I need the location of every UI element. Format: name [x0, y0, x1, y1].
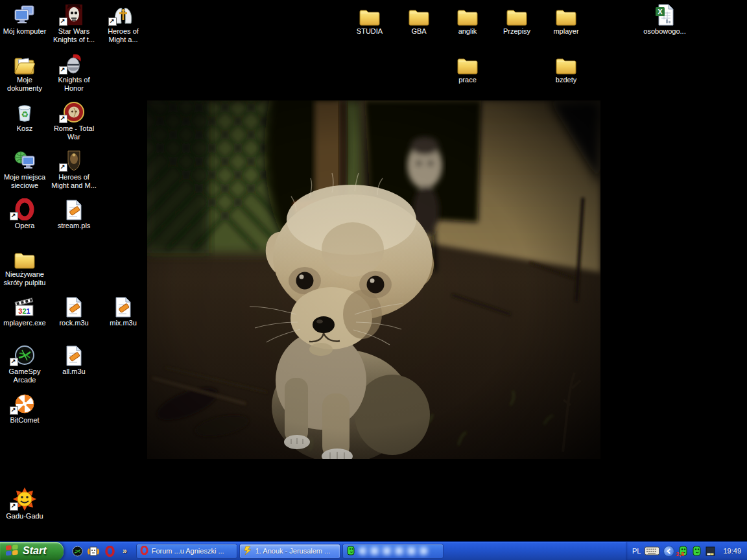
- desktop-icon-bzdety[interactable]: bzdety: [542, 51, 590, 84]
- desktop-icon-gamespy[interactable]: GameSpy Arcade: [1, 343, 49, 384]
- recycle-bin-icon: ♻: [1, 100, 49, 123]
- desktop-icon-my-computer[interactable]: Mój komputer: [1, 3, 49, 36]
- desktop-surface[interactable]: Mój komputer Star Wars Knights of t... H…: [0, 0, 747, 560]
- icon-label: Gadu-Gadu: [1, 512, 49, 520]
- icon-label: Moje dokumenty: [1, 76, 49, 93]
- icon-label: GameSpy Arcade: [1, 368, 49, 384]
- icon-label: rock.m3u: [50, 319, 98, 327]
- svg-text:X: X: [658, 8, 663, 16]
- icon-label: Opera: [1, 222, 49, 230]
- tray-display-icon[interactable]: [706, 546, 715, 556]
- folder-icon: [444, 3, 492, 26]
- desktop-icon-heroes-shield[interactable]: Heroes of Might and M...: [50, 148, 98, 190]
- icon-label: Kosz: [1, 124, 49, 133]
- taskbar-button-messenger-blurred[interactable]: [342, 544, 444, 559]
- quicklaunch-gamespy-arcade-icon[interactable]: [71, 545, 83, 557]
- desktop-icon-mplayerc[interactable]: 321 mplayerc.exe: [1, 294, 49, 327]
- media-player-classic-icon: 321: [1, 294, 49, 318]
- desktop-icon-stream-pls[interactable]: stream.pls: [50, 197, 98, 230]
- desktop-icon-rock-m3u[interactable]: rock.m3u: [50, 294, 98, 327]
- tray-badge: 2,9: [676, 551, 684, 557]
- gadu-gadu-contact-icon: [346, 546, 355, 557]
- desktop-icon-gadu-gadu[interactable]: Gadu-Gadu: [1, 487, 49, 520]
- start-label: Start: [23, 545, 53, 557]
- playlist-file-icon: [50, 197, 98, 220]
- desktop-icon-osobowogo[interactable]: X osobowogo...: [641, 3, 689, 36]
- desktop-icon-my-documents[interactable]: Moje dokumenty: [1, 51, 49, 93]
- window-title-blurred: [359, 547, 429, 555]
- icon-label: Star Wars Knights of t...: [50, 27, 98, 44]
- shortcut-arrow-icon: [59, 163, 67, 172]
- icon-label: Moje miejsca sieciowe: [1, 173, 49, 190]
- gadu-gadu-icon: [1, 487, 49, 511]
- desktop-icon-recycle-bin[interactable]: ♻ Kosz: [1, 100, 49, 133]
- desktop-icon-studia[interactable]: STUDIA: [346, 3, 394, 36]
- quicklaunch-overflow-chevron[interactable]: »: [123, 546, 127, 555]
- icon-label: Rome - Total War: [50, 124, 98, 141]
- folder-icon: [444, 51, 492, 75]
- playlist-file-icon: [50, 343, 98, 366]
- icon-label: bzdety: [542, 76, 590, 84]
- heroes-shield-icon: [50, 148, 98, 172]
- icon-label: mix.m3u: [99, 319, 147, 327]
- desktop-icon-unused-shortcuts[interactable]: Nieużywane skróty pulpitu: [1, 246, 49, 287]
- my-documents-icon: [1, 51, 49, 75]
- desktop-icon-przepisy[interactable]: Przepisy: [493, 3, 541, 36]
- wallpaper-puppy-photo: [147, 100, 600, 459]
- taskbar-clock[interactable]: 19:49: [723, 547, 741, 555]
- folder-icon: [542, 3, 590, 26]
- kotor-icon: [50, 3, 98, 26]
- icon-label: Knights of Honor: [50, 76, 98, 93]
- start-button[interactable]: Start: [0, 542, 64, 560]
- language-indicator[interactable]: PL: [632, 547, 641, 555]
- tray-messenger-icon-2[interactable]: [692, 546, 702, 556]
- desktop-icon-prace[interactable]: prace: [444, 51, 492, 84]
- desktop-icon-all-m3u[interactable]: all.m3u: [50, 343, 98, 376]
- desktop-icon-heroes-wings[interactable]: Heroes of Might a...: [99, 3, 147, 44]
- tray-collapse-chevron[interactable]: [663, 546, 674, 557]
- knights-of-honor-icon: [50, 51, 98, 75]
- desktop-icon-knights-of-honor[interactable]: Knights of Honor: [50, 51, 98, 93]
- shortcut-arrow-icon: [59, 18, 67, 26]
- desktop-icon-opera[interactable]: Opera: [1, 197, 49, 230]
- bitcomet-icon: [1, 391, 49, 415]
- opera-icon: [140, 546, 148, 556]
- desktop-icon-network-places[interactable]: Moje miejsca sieciowe: [1, 148, 49, 190]
- keyboard-icon[interactable]: [645, 546, 659, 555]
- folder-icon: [1, 246, 49, 269]
- icon-label: Heroes of Might a...: [99, 27, 147, 44]
- desktop-icon-gba[interactable]: GBA: [395, 3, 443, 36]
- taskbar-window-buttons: Forum ...u Agnieszki ... 1. Anouk - Jeru…: [136, 544, 444, 559]
- icon-label: prace: [444, 76, 492, 84]
- desktop-icon-anglik[interactable]: anglik: [444, 3, 492, 36]
- taskbar-button-winamp-anouk[interactable]: 1. Anouk - Jerusalem ...: [239, 544, 340, 559]
- shortcut-arrow-icon: [10, 406, 18, 415]
- opera-logo-icon: [1, 197, 49, 220]
- quicklaunch-winamp-icon[interactable]: [88, 545, 99, 557]
- shortcut-arrow-icon: [10, 212, 18, 220]
- desktop-icon-mix-m3u[interactable]: mix.m3u: [99, 294, 147, 327]
- desktop-icon-mplayer-folder[interactable]: mplayer: [542, 3, 590, 36]
- folder-icon: [395, 3, 443, 26]
- desktop-icon-bitcomet[interactable]: BitComet: [1, 391, 49, 425]
- shortcut-arrow-icon: [10, 358, 18, 366]
- taskbar-button-opera-forum[interactable]: Forum ...u Agnieszki ...: [136, 544, 237, 559]
- desktop-icon-kotor[interactable]: Star Wars Knights of t...: [50, 3, 98, 44]
- quick-launch-bar: »: [71, 545, 127, 557]
- folder-icon: [346, 3, 394, 26]
- desktop-icon-rome-total-war[interactable]: Rome - Total War: [50, 100, 98, 141]
- tray-messenger-icon-1[interactable]: 2,9: [678, 546, 688, 556]
- winamp-lightning-icon: [243, 546, 252, 557]
- heroes-wings-icon: [99, 3, 147, 26]
- icon-label: anglik: [444, 27, 492, 36]
- folder-icon: [542, 51, 590, 75]
- taskbar: Start » Forum ...u Agnieszki ... 1. Anou…: [0, 541, 747, 560]
- icon-label: all.m3u: [50, 368, 98, 376]
- shortcut-arrow-icon: [10, 502, 18, 511]
- my-computer-icon: [1, 3, 49, 26]
- quicklaunch-opera-icon[interactable]: [104, 545, 115, 557]
- icon-label: Nieużywane skróty pulpitu: [1, 270, 49, 287]
- rome-total-war-icon: [50, 100, 98, 123]
- gamespy-arcade-icon: [1, 343, 49, 366]
- svg-text:321: 321: [18, 307, 30, 315]
